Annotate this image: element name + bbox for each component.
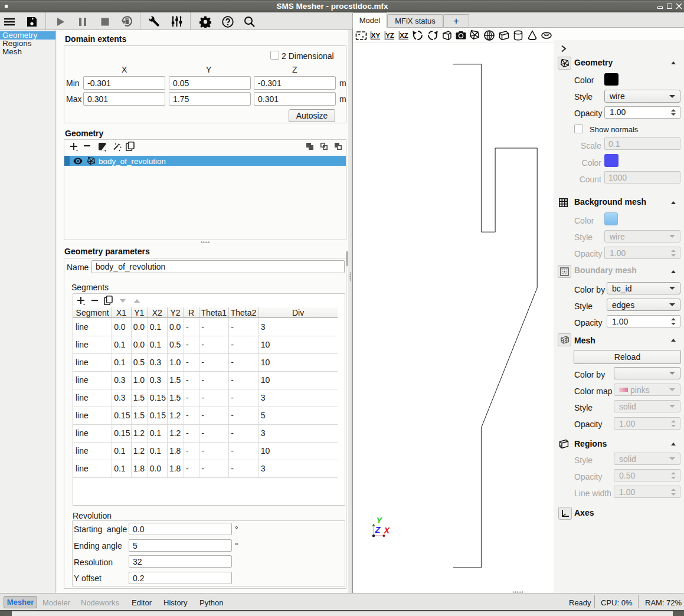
svg-text:Y: Y <box>377 516 383 525</box>
svg-text:Z: Z <box>375 525 381 535</box>
svg-text:YZ: YZ <box>385 32 394 39</box>
svg-text:X: X <box>384 526 391 535</box>
svg-text:XY: XY <box>371 32 381 39</box>
svg-text:XZ: XZ <box>400 32 408 39</box>
